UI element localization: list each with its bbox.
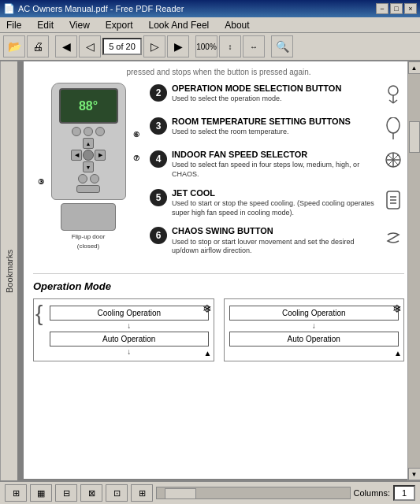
zoom-height-button[interactable]: ↕ (219, 35, 241, 57)
item-4-text: INDOOR FAN SPEED SELECTOR Used to select… (172, 149, 377, 180)
remote-left-arrow[interactable]: ◀ (71, 150, 82, 161)
bookmarks-sidebar[interactable]: Bookmarks (0, 61, 17, 480)
diagram1-box2: Auto Operation (50, 332, 209, 346)
diagram1-arrow1: ↓ (50, 322, 209, 330)
faded-continuation-text: pressed and stops when the button is pre… (33, 68, 404, 76)
remote-mid-buttons (55, 174, 122, 183)
view-btn-2[interactable]: ▦ (30, 484, 52, 502)
flip-door-closed: (closed) (77, 243, 99, 250)
menu-bar: File Edit View Export Look And Feel Abou… (0, 17, 420, 33)
content-section: 88° ▲ ◀ (33, 83, 404, 264)
item-6-icon (382, 225, 404, 250)
diagram-left: { Cooling Operation ↓ Auto Operation ↓ ❄… (33, 298, 214, 361)
item-5-text: JET COOL Used to start or stop the speed… (172, 187, 377, 218)
diagram1-arrow2: ↓ (50, 348, 209, 356)
diagram2-arrow1: ↓ (229, 322, 400, 330)
view-btn-1[interactable]: ⊞ (5, 484, 27, 502)
horizontal-scrollbar[interactable] (156, 487, 351, 499)
close-button[interactable]: × (404, 3, 417, 14)
remote-control-area: 88° ▲ ◀ (33, 83, 143, 264)
prev-button[interactable]: ◀ (55, 35, 77, 57)
item-4-num: 4 (150, 150, 167, 168)
item-6-num: 6 (150, 227, 167, 244)
item-6-desc: Used to stop or start louver movement an… (172, 238, 377, 256)
diagram1-box1: Cooling Operation (50, 306, 209, 321)
svg-point-0 (388, 86, 398, 95)
item-2-text: OPERATION MODE SELECTION BUTTON Used to … (172, 83, 377, 104)
page-input[interactable] (102, 38, 142, 55)
item-5-icon (382, 187, 404, 213)
operation-mode-section: Operation Mode { Cooling Operation ↓ Aut… (33, 273, 404, 361)
item-5-title: JET COOL (172, 187, 377, 198)
view-btn-6[interactable]: ⊞ (131, 484, 153, 502)
status-bar: ⊞ ▦ ⊟ ⊠ ⊡ ⊞ Columns: (0, 480, 420, 504)
remote-right-arrow[interactable]: ▶ (95, 150, 106, 161)
window-controls[interactable]: − □ × (376, 3, 417, 14)
remote-btn-2[interactable] (84, 127, 93, 136)
scroll-down-arrow[interactable]: ▼ (408, 468, 421, 480)
title-bar-left: 📄 AC Owners Manual.pdf - Free PDF Reader (3, 3, 184, 14)
item-3-num: 3 (150, 117, 167, 135)
item-6-title: CHAOS SWING BUTTON (172, 225, 377, 236)
menu-view[interactable]: View (66, 19, 93, 32)
scroll-up-arrow[interactable]: ▲ (408, 61, 421, 74)
back-button[interactable]: ◁ (79, 35, 101, 57)
item-3-text: ROOM TEMPERATURE SETTING BUTTONS Used to… (172, 116, 377, 137)
diagram1-triangle-icon: ▲ (204, 349, 212, 358)
view-btn-5[interactable]: ⊡ (106, 484, 128, 502)
open-button[interactable]: 📂 (3, 35, 25, 57)
main-area: Bookmarks pressed and stops when the but… (0, 61, 420, 480)
maximize-button[interactable]: □ (390, 3, 403, 14)
search-button[interactable]: 🔍 (271, 35, 293, 57)
print-button[interactable]: 🖨 (27, 35, 49, 57)
label-6: ⑥ (133, 131, 139, 139)
minimize-button[interactable]: − (376, 3, 388, 14)
remote-top-buttons (55, 127, 122, 136)
label-3: ③ (38, 178, 44, 186)
pdf-area: pressed and stops when the button is pre… (17, 61, 420, 480)
menu-file[interactable]: File (3, 19, 24, 32)
view-btn-4[interactable]: ⊠ (80, 484, 102, 502)
item-4-row: 4 INDOOR FAN SPEED SELECTOR Used to sele… (150, 149, 404, 180)
item-6-text: CHAOS SWING BUTTON Used to stop or start… (172, 225, 377, 256)
diagram1-snowflake-icon: ❄ (203, 302, 212, 315)
toolbar: 📂 🖨 ◀ ◁ ▷ ▶ 100% ↕ ↔ 🔍 (0, 33, 420, 61)
svg-point-4 (387, 117, 400, 133)
item-4-desc: Used to select fan speed in four steps l… (172, 161, 377, 179)
scroll-track[interactable] (408, 74, 421, 468)
remote-btn-3[interactable] (95, 127, 105, 136)
forward-button[interactable]: ▷ (143, 35, 165, 57)
remote-down-arrow[interactable]: ▼ (83, 161, 94, 172)
remote-btn-mid-1[interactable] (78, 174, 87, 183)
item-6-row: 6 CHAOS SWING BUTTON Used to stop or sta… (150, 225, 404, 256)
menu-edit[interactable]: Edit (34, 19, 57, 32)
remote-arrow-pad: ▲ ◀ ▶ ▼ (71, 138, 106, 172)
item-4-icon (382, 149, 404, 174)
remote-control: 88° ▲ ◀ (51, 83, 126, 200)
menu-about[interactable]: About (221, 19, 252, 32)
columns-input[interactable] (393, 485, 415, 501)
item-3-desc: Used to select the room temperature. (172, 128, 377, 137)
remote-center-btn[interactable] (83, 150, 94, 161)
vertical-scrollbar[interactable]: ▲ ▼ (407, 61, 420, 480)
item-5-num: 5 (150, 189, 167, 206)
item-3-row: 3 ROOM TEMPERATURE SETTING BUTTONS Used … (150, 116, 404, 141)
remote-long-btn[interactable] (76, 185, 100, 193)
item-2-icon (382, 83, 404, 108)
zoom-width-button[interactable]: ↔ (243, 35, 265, 57)
next-button[interactable]: ▶ (167, 35, 189, 57)
menu-look-and-feel[interactable]: Look And Feel (146, 19, 213, 32)
remote-btn-1[interactable] (72, 127, 81, 136)
op-diagrams: { Cooling Operation ↓ Auto Operation ↓ ❄… (33, 298, 404, 361)
hscroll-thumb[interactable] (165, 488, 196, 499)
remote-btn-mid-2[interactable] (90, 174, 99, 183)
view-btn-3[interactable]: ⊟ (55, 484, 77, 502)
diagram-right: Cooling Operation ↓ Auto Operation ❄ ▲ (224, 298, 405, 361)
scroll-thumb[interactable] (409, 121, 420, 153)
item-3-title: ROOM TEMPERATURE SETTING BUTTONS (172, 116, 377, 127)
item-2-title: OPERATION MODE SELECTION BUTTON (172, 83, 377, 94)
diagram2-box2: Auto Operation (229, 332, 400, 346)
menu-export[interactable]: Export (102, 19, 136, 32)
zoom-fit-button[interactable]: 100% (195, 35, 217, 57)
remote-up-arrow[interactable]: ▲ (83, 138, 94, 149)
